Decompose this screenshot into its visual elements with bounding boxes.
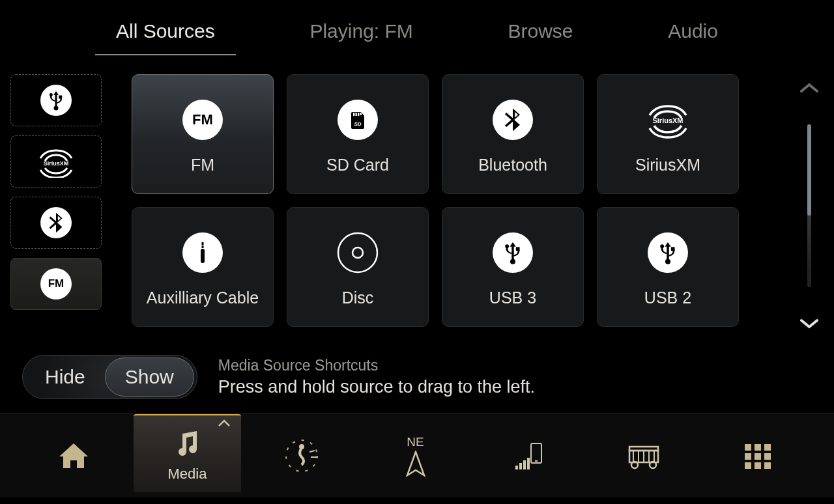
source-sdcard[interactable]: SD Card <box>287 74 429 194</box>
source-disc[interactable]: Disc <box>287 207 429 327</box>
app-home[interactable] <box>20 419 127 492</box>
source-siriusxm[interactable]: SiriusXM <box>597 74 739 194</box>
source-grid: FM FM SD Card Bluetooth SiriusXM Auxilli… <box>132 74 739 341</box>
svg-rect-34 <box>764 444 771 451</box>
nav-icon <box>405 451 427 477</box>
svg-rect-40 <box>764 462 771 469</box>
source-label: SiriusXM <box>635 156 700 175</box>
sdcard-icon <box>338 100 378 140</box>
apps-grid-icon <box>742 438 773 473</box>
svg-rect-22 <box>527 458 530 469</box>
source-label: Auxilliary Cable <box>147 288 259 307</box>
panel-subtitle: Press and hold source to drag to the lef… <box>218 377 535 397</box>
hide-show-toggle: Hide Show <box>22 355 197 399</box>
scroll-up-icon[interactable] <box>800 82 818 94</box>
home-icon <box>55 438 92 473</box>
aux-icon <box>182 232 223 273</box>
svg-rect-33 <box>755 444 761 451</box>
svg-point-14 <box>352 247 363 258</box>
source-label: Disc <box>342 288 374 307</box>
siriusxm-icon <box>30 145 82 178</box>
phone-icon <box>511 438 548 473</box>
music-icon <box>172 425 203 460</box>
source-label: USB 2 <box>644 288 691 307</box>
svg-rect-35 <box>745 453 751 460</box>
app-vehicle[interactable] <box>590 419 697 492</box>
shortcut-dock: FM <box>10 74 102 341</box>
usb-icon <box>40 85 72 116</box>
source-label: FM <box>191 156 214 175</box>
tab-all-sources[interactable]: All Sources <box>111 5 220 57</box>
app-bar: Media NE <box>0 413 834 497</box>
source-usb2[interactable]: USB 2 <box>597 207 739 327</box>
media-tabs: All Sources Playing: FM Browse Audio <box>0 0 834 61</box>
svg-rect-17 <box>531 443 541 463</box>
show-button[interactable]: Show <box>105 357 194 397</box>
bluetooth-icon <box>493 100 533 140</box>
app-climate[interactable] <box>248 419 355 492</box>
svg-rect-39 <box>755 462 761 469</box>
bluetooth-icon <box>40 207 72 238</box>
climate-icon <box>282 438 321 473</box>
svg-rect-36 <box>755 453 761 460</box>
source-aux[interactable]: Auxilliary Cable <box>132 207 274 327</box>
source-label: USB 3 <box>489 288 536 307</box>
svg-point-13 <box>338 233 377 272</box>
shortcut-slot-bluetooth[interactable] <box>10 197 102 249</box>
svg-rect-24 <box>629 447 658 451</box>
app-label: Media <box>168 466 207 483</box>
usb-icon <box>493 232 533 273</box>
svg-rect-37 <box>764 453 771 460</box>
app-media[interactable]: Media <box>134 414 241 492</box>
hide-button[interactable]: Hide <box>25 357 105 397</box>
scrollbar <box>790 74 829 341</box>
panel-title: Media Source Shortcuts <box>218 357 535 374</box>
svg-rect-21 <box>523 460 526 469</box>
svg-rect-19 <box>515 466 518 469</box>
shortcut-panel: Hide Show Media Source Shortcuts Press a… <box>0 341 834 413</box>
svg-rect-38 <box>745 462 751 469</box>
app-nav[interactable]: NE <box>362 419 469 492</box>
scroll-track[interactable] <box>807 124 811 287</box>
shortcut-slot-siriusxm[interactable] <box>10 135 102 188</box>
scroll-thumb[interactable] <box>807 124 811 216</box>
svg-rect-20 <box>519 463 522 469</box>
svg-point-16 <box>299 444 304 449</box>
source-bluetooth[interactable]: Bluetooth <box>442 74 584 194</box>
fm-icon: FM <box>40 268 72 300</box>
tab-audio[interactable]: Audio <box>663 5 723 57</box>
svg-rect-32 <box>745 444 751 451</box>
tab-browse[interactable]: Browse <box>503 5 579 57</box>
source-label: Bluetooth <box>478 156 547 175</box>
scroll-down-icon[interactable] <box>800 318 818 329</box>
usb-icon <box>648 232 688 273</box>
chevron-up-icon <box>218 419 231 427</box>
disc-icon <box>336 231 379 274</box>
source-label: SD Card <box>326 156 389 175</box>
source-usb3[interactable]: USB 3 <box>442 207 584 327</box>
shortcut-slot-usb[interactable] <box>10 74 102 126</box>
app-phone[interactable] <box>476 419 583 492</box>
app-apps[interactable] <box>704 419 811 492</box>
nav-heading: NE <box>407 435 424 449</box>
fm-icon: FM <box>182 100 223 140</box>
vehicle-icon <box>623 438 665 473</box>
siriusxm-icon <box>635 98 700 141</box>
source-fm[interactable]: FM FM <box>132 74 274 194</box>
tab-playing[interactable]: Playing: FM <box>304 5 418 57</box>
svg-rect-18 <box>535 460 538 462</box>
shortcut-slot-fm[interactable]: FM <box>10 258 102 310</box>
main-area: FM FM FM SD Card Bluetooth SiriusXM <box>0 61 834 341</box>
